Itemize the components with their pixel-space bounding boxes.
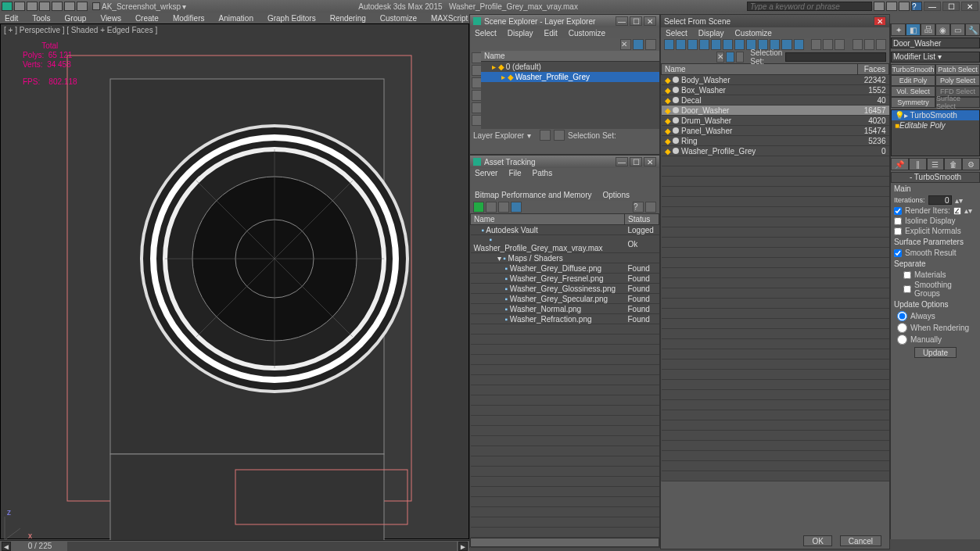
close-button[interactable]: ✕ <box>961 2 978 11</box>
modifier-button-symmetry[interactable]: Symmetry <box>891 97 935 108</box>
table-row[interactable]: ▪ Washer_Grey_Fresnel.pngFound <box>471 274 659 284</box>
menu-bitmap-performance-and-memory[interactable]: Bitmap Performance and Memory <box>475 190 592 201</box>
table-row[interactable]: ◆ Panel_Washer15474 <box>662 126 889 136</box>
filter-camera-icon[interactable] <box>711 39 721 50</box>
modifier-button-edit-poly[interactable]: Edit Poly <box>891 75 935 86</box>
render-iters-checkbox[interactable] <box>894 207 902 215</box>
panel-minimize-button[interactable]: — <box>616 16 628 26</box>
help-icon[interactable]: ? <box>633 202 644 213</box>
smoothing-groups-checkbox[interactable] <box>903 285 911 293</box>
filter-selected-icon[interactable] <box>633 39 644 50</box>
tree-row[interactable]: ▸ ◆Washer_Profile_Grey <box>481 72 659 82</box>
table-row[interactable]: ▪ Washer_Profile_Grey_max_vray.maxOk <box>471 235 659 253</box>
panel-maximize-button[interactable]: ☐ <box>630 157 642 166</box>
filter-all-icon[interactable] <box>664 39 674 50</box>
table-row[interactable]: ▪ Washer_Normal.pngFound <box>471 304 659 314</box>
selection-set-input[interactable] <box>785 52 886 62</box>
menu-select[interactable]: Select <box>475 29 497 38</box>
select-children-icon[interactable] <box>864 39 874 50</box>
table-row[interactable]: ◆ Door_Washer16457 <box>662 106 889 116</box>
menu-options[interactable]: Options <box>603 190 630 201</box>
menu-customize[interactable]: Customize <box>569 29 605 38</box>
exchange-icon[interactable] <box>886 2 897 11</box>
column-header-faces[interactable]: Faces <box>858 64 889 75</box>
search-input[interactable] <box>747 2 872 11</box>
menu-create[interactable]: Create <box>135 14 159 23</box>
modifier-button-vol-select[interactable]: Vol. Select <box>891 86 935 97</box>
explicit-normals-checkbox[interactable] <box>894 227 902 235</box>
table-row[interactable]: ▪ Washer_Grey_Specular.pngFound <box>471 294 659 304</box>
view-list-icon[interactable] <box>486 202 497 213</box>
menu-customize[interactable]: Customize <box>735 29 772 38</box>
table-row[interactable]: ▪ Washer_Grey_Glossiness.pngFound <box>471 284 659 294</box>
menu-server[interactable]: Server <box>475 168 497 179</box>
timeline-slider[interactable] <box>67 542 457 551</box>
filter-helper-icon[interactable] <box>723 39 733 50</box>
save-icon[interactable] <box>39 2 50 11</box>
menu-edit[interactable]: Edit <box>5 14 18 23</box>
menu-tools[interactable]: Tools <box>32 14 50 23</box>
table-row[interactable]: ▪ Washer_Refraction.pngFound <box>471 314 659 324</box>
horizontal-scrollbar[interactable] <box>470 538 659 547</box>
filter-frozen-icon[interactable] <box>794 39 804 50</box>
workspace-dropdown[interactable]: AK_Screenshot_wrksp ▾ <box>89 2 189 11</box>
menu-select[interactable]: Select <box>666 29 687 38</box>
signin-icon[interactable] <box>874 2 885 11</box>
table-row[interactable]: ◆ Decal40 <box>662 95 889 106</box>
open-icon[interactable] <box>27 2 38 11</box>
footer-dropdown-icon[interactable]: ▾ <box>527 131 537 140</box>
redo-icon[interactable] <box>64 2 75 11</box>
viewport[interactable]: [ + ] Perspective ] [ Shaded + Edged Fac… <box>0 23 469 539</box>
clear-search-icon[interactable]: ✕ <box>620 39 631 50</box>
options-icon[interactable] <box>645 202 656 213</box>
timeline[interactable]: ◄ 0 / 225 ► <box>0 540 469 551</box>
make-unique-icon[interactable]: ☰ <box>927 158 945 170</box>
table-row[interactable]: ▪ Autodesk VaultLogged <box>471 225 659 235</box>
view-detail-icon[interactable] <box>511 202 522 213</box>
menu-graph-editors[interactable]: Graph Editors <box>267 14 316 23</box>
pin-icon[interactable] <box>554 130 565 141</box>
maximize-button[interactable]: ☐ <box>942 2 960 11</box>
table-row[interactable]: ◆ Body_Washer22342 <box>662 75 889 85</box>
stack-item[interactable]: 💡 ▸ TurboSmooth <box>892 110 979 120</box>
menu-display[interactable]: Display <box>698 29 724 38</box>
rollout-header-turbosmooth[interactable]: - TurboSmooth <box>891 172 980 183</box>
view-tree-icon[interactable] <box>823 39 833 50</box>
menu-animation[interactable]: Animation <box>218 14 253 23</box>
invert-icon[interactable] <box>853 39 863 50</box>
menu-group[interactable]: Group <box>65 14 87 23</box>
timeline-arrow-left-icon[interactable]: ◄ <box>2 542 11 551</box>
column-header-name[interactable]: Name <box>471 214 625 225</box>
minimize-button[interactable]: — <box>924 2 941 11</box>
filter-space-warp-icon[interactable] <box>734 39 745 50</box>
iterations-input[interactable] <box>928 195 952 205</box>
scene-objects-table[interactable]: Name Faces ◆ Body_Washer22342◆ Box_Washe… <box>661 63 889 481</box>
find-sync-icon[interactable] <box>736 52 744 63</box>
materials-checkbox[interactable] <box>903 271 911 279</box>
clear-filter-icon[interactable]: ✕ <box>716 52 724 63</box>
update-manually-radio[interactable] <box>897 335 907 345</box>
modifier-button-patch-select[interactable]: Patch Select <box>935 64 980 75</box>
menu-maxscript[interactable]: MAXScript <box>431 14 468 23</box>
menu-display[interactable]: Display <box>508 29 533 38</box>
modifier-list-dropdown[interactable]: Modifier List ▾ <box>891 52 980 63</box>
column-header-name[interactable]: Name <box>481 51 659 62</box>
highlight-icon[interactable] <box>645 39 656 50</box>
filter-shape-icon[interactable] <box>687 39 698 50</box>
menu-views[interactable]: Views <box>100 14 121 23</box>
tab-create[interactable]: ✦ <box>891 23 906 36</box>
table-row[interactable]: ◆ Drum_Washer4020 <box>662 116 889 126</box>
render-iters-input[interactable] <box>953 207 961 215</box>
object-name-input[interactable] <box>891 38 980 48</box>
update-rendering-radio[interactable] <box>897 323 907 333</box>
filter-light-icon[interactable] <box>699 39 709 50</box>
tab-display[interactable]: ▭ <box>950 23 965 36</box>
menu-modifiers[interactable]: Modifiers <box>173 14 205 23</box>
panel-close-button[interactable]: ✕ <box>644 157 656 166</box>
help-icon[interactable]: ? <box>911 2 922 11</box>
update-button[interactable]: Update <box>914 347 957 358</box>
asset-table[interactable]: Name Status ▪ Autodesk VaultLogged▪ Wash… <box>470 213 659 548</box>
menu-rendering[interactable]: Rendering <box>330 14 366 23</box>
table-row[interactable]: ◆ Washer_Profile_Grey0 <box>662 146 889 156</box>
panel-minimize-button[interactable]: — <box>616 157 628 166</box>
